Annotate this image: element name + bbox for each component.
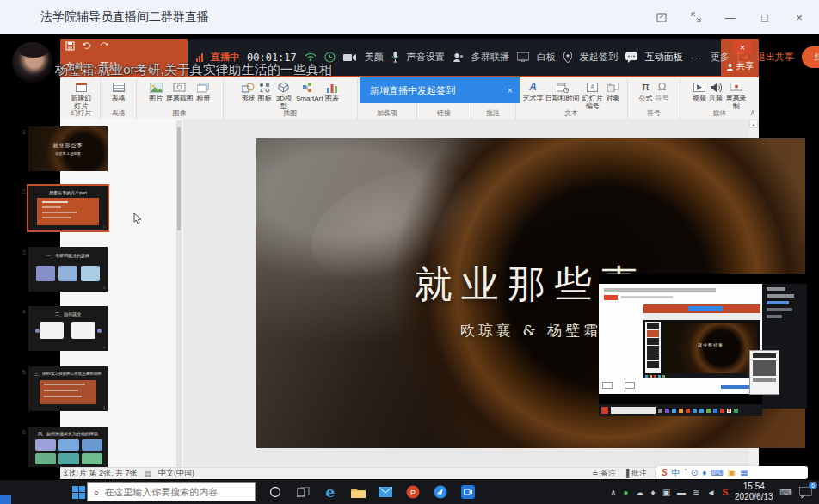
- datetime-button[interactable]: 日期和时间: [545, 80, 580, 102]
- interactive-panel-label[interactable]: 互动面板: [645, 51, 683, 64]
- checkin-label[interactable]: 发起签到: [580, 51, 618, 64]
- redo-icon[interactable]: [99, 41, 109, 51]
- equation-button[interactable]: π 公式: [638, 80, 653, 102]
- undo-icon[interactable]: [82, 41, 92, 51]
- chart-button[interactable]: 图表: [325, 80, 340, 102]
- whiteboard-icon[interactable]: [517, 52, 529, 62]
- ime-cn-icon[interactable]: 中: [672, 469, 680, 477]
- minimize-button[interactable]: —: [723, 9, 738, 25]
- slide-number-button[interactable]: # 幻灯片编号: [582, 80, 604, 110]
- tray-clock[interactable]: 15:54 2020/6/13: [735, 482, 773, 503]
- file-explorer-icon[interactable]: [350, 484, 366, 500]
- tray-snip-icon[interactable]: ▣: [662, 488, 670, 497]
- browser-app-icon[interactable]: [433, 484, 448, 500]
- chat-bubble-icon[interactable]: [625, 52, 637, 63]
- touch-keyboard-icon[interactable]: ⌨: [780, 488, 792, 497]
- recorder-app-icon[interactable]: [460, 484, 476, 500]
- tray-mic-icon[interactable]: ♦: [651, 488, 656, 497]
- thumbnail-slide-6[interactable]: 四、如何快速成长为合格的律助: [28, 427, 108, 467]
- fullscreen-icon[interactable]: [688, 9, 704, 25]
- more-label[interactable]: 更多: [711, 51, 730, 64]
- icons-button[interactable]: 图标: [257, 80, 272, 102]
- screen-record-button[interactable]: 屏幕录制: [725, 80, 748, 110]
- sound-settings-label[interactable]: 声音设置: [407, 51, 445, 64]
- pip-title-bar-text: [604, 288, 716, 292]
- save-icon[interactable]: [65, 41, 75, 51]
- close-button[interactable]: ×: [791, 9, 807, 25]
- equation-icon: π: [638, 81, 653, 94]
- taskbar-search[interactable]: ⌕: [87, 482, 256, 501]
- notes-toggle[interactable]: ≐ 备注: [592, 468, 616, 479]
- location-pin-icon[interactable]: [563, 52, 572, 63]
- whiteboard-label[interactable]: 白板: [537, 51, 556, 64]
- thumbnail-slide-4[interactable]: 二、如何就业 4: [28, 306, 108, 351]
- ime-toolbar[interactable]: S 中 ’ ⊙ ♦ ⌨ ▣ ▦: [656, 466, 808, 479]
- ime-skin-icon[interactable]: ▣: [728, 469, 736, 477]
- thumbnail-slide-1[interactable]: 就业那些事 欧琼襄 & 杨璧霜: [28, 126, 108, 171]
- ime-toolbox-icon[interactable]: ▦: [740, 469, 748, 477]
- microphone-icon[interactable]: [391, 52, 399, 63]
- mail-icon[interactable]: [378, 484, 393, 500]
- display-settings-icon[interactable]: ▤: [145, 470, 152, 478]
- comments-toggle[interactable]: ▐ 批注: [624, 468, 647, 479]
- tray-sogou-icon[interactable]: S: [722, 488, 728, 497]
- thumbnail-slide-2[interactable]: 想要分享的几个part 2: [28, 186, 108, 230]
- tray-volume-icon[interactable]: ◄: [706, 488, 715, 497]
- thumbnail-slide-5[interactable]: 三、律协/实习律师的工作状态是咋样的 5: [28, 366, 108, 411]
- 3d-model-button[interactable]: 3D模型: [274, 80, 294, 110]
- ime-emoji-icon[interactable]: ⊙: [691, 469, 698, 477]
- sogou-icon[interactable]: S: [662, 469, 668, 477]
- ime-punct-icon[interactable]: ’: [685, 469, 687, 477]
- edge-icon[interactable]: e: [323, 484, 338, 500]
- beauty-label[interactable]: 美颜: [365, 51, 384, 64]
- cortana-icon[interactable]: [268, 484, 283, 500]
- toast-close-icon[interactable]: ×: [508, 85, 513, 95]
- ime-keyboard-icon[interactable]: ⌨: [711, 469, 723, 477]
- pip-ppt-ribbon: [644, 313, 760, 320]
- pip-viewer-overlay[interactable]: 就业那些事: [599, 274, 807, 409]
- task-view-icon[interactable]: [295, 484, 311, 500]
- more-dots-icon[interactable]: ···: [691, 52, 703, 63]
- object-button[interactable]: 对象: [606, 80, 620, 102]
- tray-network-icon[interactable]: ≋: [693, 488, 699, 497]
- thumbnail-slide-3[interactable]: 一、考研和就业的选择 3: [28, 247, 108, 292]
- maximize-button[interactable]: □: [757, 9, 773, 25]
- tray-cloud-icon[interactable]: ☁: [636, 488, 644, 497]
- members-icon[interactable]: [453, 52, 464, 63]
- network-wifi-icon[interactable]: [305, 52, 317, 62]
- picture-icon: [150, 83, 163, 93]
- video-button[interactable]: 视频: [693, 80, 707, 102]
- thumb2-content-box: [37, 198, 99, 225]
- exit-share-label[interactable]: 退出共享: [756, 51, 794, 64]
- action-center-icon[interactable]: 6: [799, 487, 812, 498]
- windows-taskbar: ⌕ e P ∧ ● ☁ ♦ ▣ ▬ ≋ ◄ S 15:54 2020/6/13: [0, 480, 819, 504]
- end-live-button[interactable]: 结束直播: [802, 46, 819, 68]
- table-button[interactable]: 表格: [111, 80, 126, 102]
- new-slide-button[interactable]: 新建幻灯片: [68, 80, 94, 110]
- symbol-button[interactable]: Ω 符号: [655, 80, 669, 102]
- ribbon-collapse-icon[interactable]: ∧: [749, 108, 755, 117]
- shapes-button[interactable]: 形状: [241, 80, 256, 102]
- scroll-up-icon[interactable]: ▲: [749, 120, 758, 128]
- tray-expand-icon[interactable]: ∧: [610, 488, 616, 497]
- photo-album-button[interactable]: 相册: [196, 80, 211, 102]
- multicast-label[interactable]: 多群联播: [471, 51, 509, 64]
- tray-green-dot-icon[interactable]: ●: [623, 488, 628, 497]
- thumb-number: 6: [15, 428, 26, 436]
- powerpoint-icon[interactable]: P: [405, 484, 421, 500]
- camera-icon[interactable]: [343, 53, 357, 62]
- search-input[interactable]: [104, 487, 242, 497]
- picture-button[interactable]: 图片: [149, 80, 163, 102]
- ime-mic-icon[interactable]: ♦: [702, 469, 706, 477]
- screenshot-button[interactable]: 屏幕截图: [165, 80, 194, 102]
- smartart-button[interactable]: SmartArt: [296, 80, 323, 102]
- start-button[interactable]: [72, 486, 85, 499]
- wordart-button[interactable]: A 艺术字: [523, 80, 544, 102]
- tray-display-icon[interactable]: ▬: [677, 488, 686, 497]
- thumbnail-scrollbar[interactable]: [176, 120, 182, 467]
- icons-icon: [259, 83, 270, 93]
- audio-button[interactable]: 音频: [709, 80, 724, 102]
- popout-icon[interactable]: [654, 9, 669, 25]
- exit-share-icon[interactable]: [737, 52, 748, 63]
- language-text[interactable]: 中文(中国): [158, 468, 194, 479]
